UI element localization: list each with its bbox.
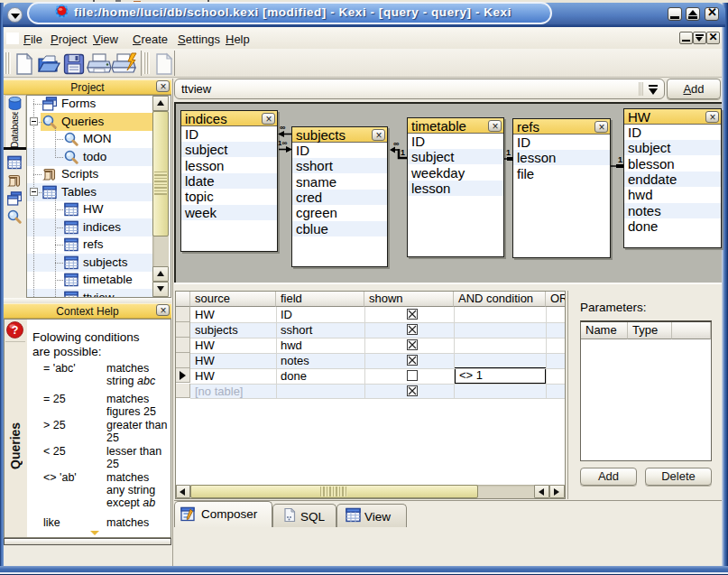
svg-text:1: 1 xyxy=(506,148,511,157)
svg-text:1: 1 xyxy=(401,148,405,157)
svg-text:∞: ∞ xyxy=(280,123,286,132)
svg-text:∞: ∞ xyxy=(393,139,400,148)
svg-text:1: 1 xyxy=(618,155,622,164)
svg-text:?: ? xyxy=(12,324,19,337)
svg-text:1∞: 1∞ xyxy=(278,139,287,147)
